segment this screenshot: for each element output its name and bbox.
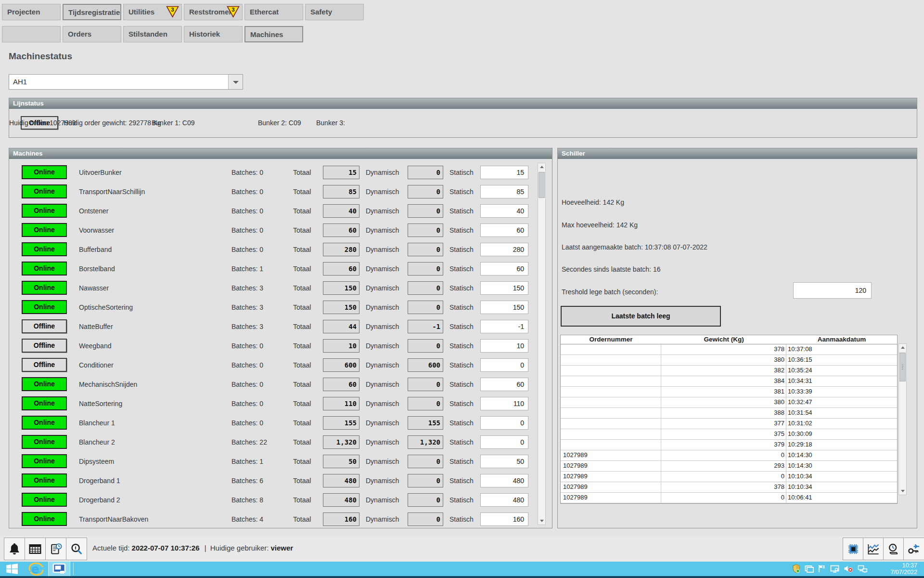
plc-chip-button[interactable] (843, 538, 864, 560)
machine-status-button[interactable]: Offline (22, 319, 67, 333)
machine-status-button[interactable]: Online (22, 165, 67, 179)
menu-tab[interactable]: Historiek (184, 26, 243, 42)
machine-status-button[interactable]: Online (22, 242, 67, 256)
menu-tab[interactable]: Orders (63, 26, 121, 42)
taskbar-clock[interactable]: 10:37 7/07/2022 (873, 562, 917, 576)
dynamisch-field: 0 (408, 301, 443, 314)
statisch-field[interactable]: 85 (480, 185, 528, 198)
batch-table-row[interactable]: 375 10:30:09 (561, 429, 897, 440)
flag-icon[interactable] (818, 565, 826, 573)
menu-tab[interactable]: Ethercat (244, 4, 303, 20)
machine-status-button[interactable]: Online (22, 377, 67, 391)
machine-status-button[interactable]: Online (22, 454, 67, 468)
machine-status-button[interactable]: Online (22, 262, 67, 276)
alarm-bell-button[interactable] (4, 538, 25, 560)
batch-table-row[interactable]: 380 10:32:47 (561, 397, 897, 408)
statisch-field[interactable]: 480 (480, 493, 528, 507)
svg-text:3: 3 (171, 7, 174, 13)
batch-report-button[interactable] (45, 538, 66, 560)
statisch-field[interactable]: 15 (480, 166, 528, 179)
network-icon[interactable] (858, 565, 867, 573)
batch-table-row[interactable]: 381 10:33:39 (561, 387, 897, 397)
statisch-field[interactable]: 50 (480, 455, 528, 468)
scrollbar-thumb[interactable] (899, 353, 906, 381)
scroll-up-icon[interactable] (899, 344, 906, 352)
statisch-field[interactable]: 0 (480, 435, 528, 449)
batch-table-scrollbar[interactable] (898, 343, 907, 495)
scroll-down-icon[interactable] (899, 487, 906, 495)
active-app-task-button[interactable] (48, 562, 70, 576)
threshold-input[interactable]: 120 (793, 282, 872, 299)
machine-status-button[interactable]: Offline (22, 358, 67, 372)
menu-tab[interactable]: Utilities 3 (123, 4, 182, 20)
statisch-field[interactable]: 160 (480, 512, 528, 526)
statisch-field[interactable]: 110 (480, 397, 528, 410)
muted-speaker-icon[interactable] (844, 565, 853, 573)
laatste-batch-leeg-button[interactable]: Laatste batch leeg (561, 306, 721, 327)
status-user-label: Huidige gebruiker: (210, 544, 269, 552)
desktop-window-icon[interactable] (805, 565, 814, 573)
machine-batches: Batches: 0 (231, 394, 263, 413)
line-selector[interactable]: AH1 (9, 74, 243, 90)
security-shield-icon[interactable] (792, 564, 800, 573)
batch-table-row[interactable]: 1027989 0 10:10:34 (561, 472, 897, 482)
data-table-button[interactable] (25, 538, 46, 560)
batch-table-row[interactable]: 382 10:35:24 (561, 366, 897, 376)
machine-status-button[interactable]: Offline (22, 339, 67, 353)
machine-status-button[interactable]: Online (22, 223, 67, 237)
menu-tab[interactable]: Safety (305, 4, 364, 20)
start-button[interactable] (6, 563, 18, 575)
statisch-field[interactable]: 60 (480, 378, 528, 391)
batch-table-row[interactable]: 377 10:31:02 (561, 419, 897, 429)
machine-status-button[interactable]: Online (22, 416, 67, 430)
batch-table-row[interactable]: 379 10:29:18 (561, 440, 897, 450)
machine-status-button[interactable]: Online (22, 435, 67, 449)
line-selector-dropdown-button[interactable] (228, 75, 243, 89)
trend-chart-button[interactable] (863, 538, 884, 560)
machine-status-button[interactable]: Online (22, 473, 67, 487)
scrollbar-thumb[interactable] (539, 172, 545, 198)
menu-tab[interactable]: Projecten (2, 4, 61, 20)
batch-table-row[interactable]: 388 10:31:54 (561, 408, 897, 419)
batch-table-row[interactable]: 380 10:36:15 (561, 355, 897, 366)
machine-status-button[interactable]: Online (22, 300, 67, 314)
app-window-icon (52, 563, 66, 575)
batch-table-row[interactable]: 1027989 0 10:14:30 (561, 450, 897, 461)
scroll-down-icon[interactable] (538, 517, 545, 525)
internet-explorer-button[interactable]: e (28, 562, 44, 576)
warning-triangle-icon: 3 (166, 6, 179, 23)
history-log-button[interactable] (883, 538, 904, 560)
statisch-field[interactable]: 0 (480, 358, 528, 372)
machine-status-button[interactable]: Online (22, 493, 67, 507)
statisch-field[interactable]: 60 (480, 223, 528, 237)
login-key-button[interactable] (903, 538, 924, 560)
batch-table-row[interactable]: 384 10:34:31 (561, 376, 897, 387)
menu-tab[interactable]: Machines (244, 26, 303, 42)
statisch-field[interactable]: 150 (480, 301, 528, 314)
statisch-field[interactable]: 280 (480, 243, 528, 256)
display-settings-icon[interactable] (830, 565, 839, 573)
menu-tab[interactable]: Tijdsregistratie (63, 4, 121, 20)
cell-gewicht: 375 (661, 429, 786, 439)
batch-table-row[interactable]: 1027989 0 10:06:41 (561, 493, 897, 503)
scroll-up-icon[interactable] (538, 163, 545, 171)
machine-status-button[interactable]: Online (22, 396, 67, 410)
statisch-field[interactable]: 40 (480, 204, 528, 218)
menu-tab[interactable]: Reststromen 3 (184, 4, 243, 20)
machines-scrollbar[interactable] (538, 163, 546, 525)
statisch-field[interactable]: 0 (480, 416, 528, 430)
machine-status-button[interactable]: Online (22, 512, 67, 526)
statisch-field[interactable]: 10 (480, 339, 528, 353)
search-button[interactable] (66, 538, 87, 560)
statisch-field[interactable]: -1 (480, 320, 528, 333)
batch-table-row[interactable]: 1027989 378 10:10:34 (561, 482, 897, 493)
machine-status-button[interactable]: Online (22, 204, 67, 218)
batch-table-row[interactable]: 378 10:37:08 (561, 344, 897, 355)
menu-tab[interactable]: Stilstanden (123, 26, 182, 42)
statisch-field[interactable]: 480 (480, 474, 528, 487)
machine-status-button[interactable]: Online (22, 184, 67, 198)
statisch-field[interactable]: 60 (480, 262, 528, 276)
statisch-field[interactable]: 150 (480, 281, 528, 295)
batch-table-row[interactable]: 1027989 293 10:14:30 (561, 461, 897, 472)
machine-status-button[interactable]: Online (22, 281, 67, 295)
